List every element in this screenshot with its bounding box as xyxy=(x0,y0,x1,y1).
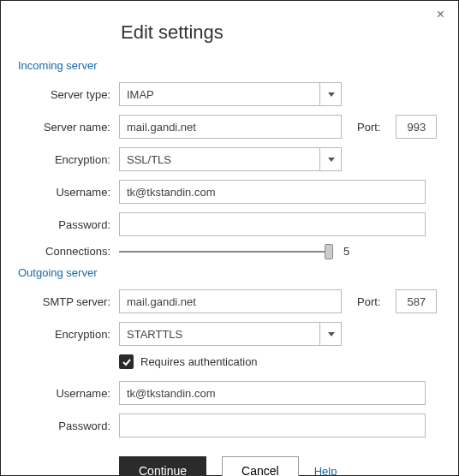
help-link[interactable]: Help xyxy=(314,465,337,477)
smtp-server-label: SMTP server: xyxy=(18,295,119,308)
incoming-port-input[interactable] xyxy=(396,115,437,139)
server-type-select[interactable]: IMAP xyxy=(119,82,342,106)
requires-auth-label: Requires authentication xyxy=(140,355,258,368)
checkmark-icon xyxy=(122,357,132,367)
connections-label: Connections: xyxy=(18,245,119,258)
incoming-password-input[interactable] xyxy=(119,212,426,236)
outgoing-username-label: Username: xyxy=(18,387,119,400)
settings-dialog: × Edit settings Incoming server Server t… xyxy=(0,0,459,476)
cancel-button[interactable]: Cancel xyxy=(222,456,299,476)
password-label: Password: xyxy=(18,218,119,231)
continue-button[interactable]: Continue xyxy=(119,456,206,476)
smtp-server-input[interactable] xyxy=(119,289,342,313)
server-type-label: Server type: xyxy=(18,88,119,101)
incoming-port-label: Port: xyxy=(357,121,389,134)
outgoing-encryption-select[interactable]: STARTTLS xyxy=(119,322,342,346)
outgoing-port-label: Port: xyxy=(357,295,389,308)
connections-value: 5 xyxy=(343,245,349,258)
requires-auth-checkbox[interactable] xyxy=(119,354,134,369)
server-name-label: Server name: xyxy=(18,121,119,134)
outgoing-password-label: Password: xyxy=(18,419,119,432)
username-label: Username: xyxy=(18,186,119,199)
encryption-select[interactable]: SSL/TLS xyxy=(119,147,342,171)
close-icon[interactable]: × xyxy=(437,8,444,21)
outgoing-section-header: Outgoing server xyxy=(18,266,441,279)
outgoing-port-input[interactable] xyxy=(396,289,437,313)
outgoing-password-input[interactable] xyxy=(119,414,426,437)
outgoing-username-input[interactable] xyxy=(119,381,426,405)
incoming-username-input[interactable] xyxy=(119,180,426,204)
connections-slider[interactable] xyxy=(119,251,333,253)
server-name-input[interactable] xyxy=(119,115,342,139)
dialog-title: Edit settings xyxy=(121,21,441,44)
incoming-section-header: Incoming server xyxy=(18,59,441,72)
encryption-label: Encryption: xyxy=(18,153,119,166)
outgoing-encryption-label: Encryption: xyxy=(18,328,119,341)
